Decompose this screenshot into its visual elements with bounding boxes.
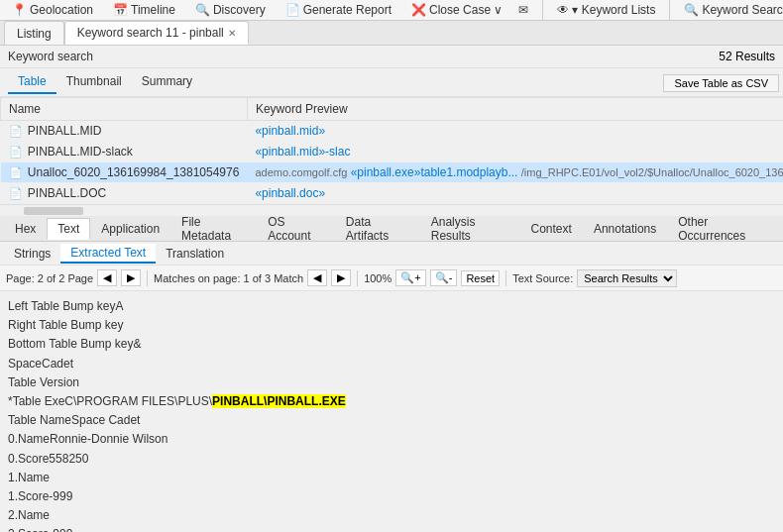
table-row[interactable]: 📄 Unalloc_6020_136169984_1381054976 adem… — [1, 162, 784, 183]
nav-sep-6 — [669, 0, 670, 20]
cell-name-3: 📄 PINBALL.DOC — [1, 183, 248, 204]
text-line: SpaceCadet — [8, 355, 775, 373]
bottom-wrapper: Hex Text Application File Metadata OS Ac… — [0, 216, 783, 532]
close-case-icon: ❌ — [411, 3, 426, 17]
keyword-search-icon: 🔍 — [684, 3, 699, 17]
table-row[interactable]: 📄 PINBALL.MID-slack «pinball.mid»-slac /… — [1, 142, 784, 162]
nav-keyword-lists[interactable]: 👁 ▾ Keyword Lists — [549, 3, 663, 17]
highlight-text: PINBALL\PINBALL.EXE — [212, 394, 346, 408]
sub-tab-bar: Table Thumbnail Summary — [0, 68, 663, 96]
extracted-tab-translation[interactable]: Translation — [156, 245, 234, 263]
text-line: 1.Name — [8, 469, 775, 487]
tab-close-icon[interactable]: ✕ — [228, 28, 236, 39]
tab-bar: Listing Keyword search 11 - pinball ✕ — [0, 21, 783, 46]
results-wrapper: Keyword search 52 Results Table Thumbnai… — [0, 46, 783, 216]
source-label: Text Source: — [512, 272, 573, 284]
nav-generate-report[interactable]: 📄 Generate Report — [278, 0, 399, 20]
nav-right: ✉ 👁 ▾ Keyword Lists 🔍 Keyword Search — [510, 0, 783, 20]
discovery-icon: 🔍 — [195, 3, 210, 17]
tab-application[interactable]: Application — [90, 218, 170, 240]
email-icon: ✉ — [518, 3, 528, 17]
prev-match-btn[interactable]: ◀ — [307, 269, 327, 286]
report-icon: 📄 — [285, 3, 300, 17]
sub-tab-row: Table Thumbnail Summary Save Table as CS… — [0, 68, 783, 97]
col-header-preview: Keyword Preview — [247, 98, 783, 121]
results-count: 52 Results — [719, 50, 775, 63]
text-line: 2.Score-999 — [8, 525, 775, 532]
tab-text[interactable]: Text — [47, 218, 90, 240]
toolbar-sep-1 — [147, 270, 148, 286]
tab-keyword-search[interactable]: Keyword search 11 - pinball ✕ — [64, 21, 249, 45]
toolbar-sep-3 — [505, 270, 506, 286]
nav-timeline[interactable]: 📅 Timeline — [105, 0, 183, 20]
text-line: 2.Name — [8, 506, 775, 525]
bottom-tab-bar: Hex Text Application File Metadata OS Ac… — [0, 216, 783, 242]
scroll-thumb — [24, 207, 83, 215]
tab-listing[interactable]: Listing — [4, 21, 64, 45]
zoom-in-btn[interactable]: 🔍+ — [395, 269, 425, 286]
page-label: Page: 2 of 2 Page — [6, 272, 93, 284]
cell-preview-1: «pinball.mid»-slac — [247, 142, 783, 162]
text-line: Right Table Bump key — [8, 316, 775, 335]
nav-geolocation[interactable]: 📍 Geolocation — [4, 0, 101, 20]
file-icon-3: 📄 — [9, 187, 23, 199]
zoom-label: 100% — [364, 272, 392, 284]
zoom-out-btn[interactable]: 🔍- — [430, 269, 458, 286]
main-wrapper: 📍 Geolocation 📅 Timeline 🔍 Discovery 📄 G… — [0, 0, 783, 532]
extracted-tab-bar: Strings Extracted Text Translation — [0, 242, 783, 266]
cell-preview-3: «pinball.doc» — [247, 183, 783, 204]
cell-name-1: 📄 PINBALL.MID-slack — [1, 142, 248, 162]
nav-close-case[interactable]: ❌ Close Case ∨ — [403, 0, 510, 20]
prev-page-btn[interactable]: ◀ — [97, 269, 117, 286]
file-icon-1: 📄 — [9, 146, 23, 158]
cell-name-2: 📄 Unalloc_6020_136169984_1381054976 — [1, 162, 248, 183]
next-match-btn[interactable]: ▶ — [331, 269, 351, 286]
table-row[interactable]: 📄 PINBALL.DOC «pinball.doc» /img_RHPC.E0… — [1, 183, 784, 204]
sub-tab-thumbnail[interactable]: Thumbnail — [56, 70, 132, 94]
file-icon-0: 📄 — [9, 125, 23, 137]
reset-btn[interactable]: Reset — [461, 270, 500, 286]
match-label: Matches on page: 1 of 3 Match — [154, 272, 303, 284]
source-select[interactable]: Search Results — [577, 269, 677, 287]
extracted-tab-text[interactable]: Extracted Text — [60, 244, 156, 264]
col-header-name: Name — [1, 98, 248, 121]
text-line: 1.Score-999 — [8, 487, 775, 506]
next-page-btn[interactable]: ▶ — [121, 269, 141, 286]
timeline-icon: 📅 — [113, 3, 128, 17]
text-line: Table Version — [8, 373, 775, 392]
cell-preview-0: «pinball.mid» — [247, 121, 783, 142]
text-line: Left Table Bump keyA — [8, 297, 775, 316]
nav-discovery[interactable]: 🔍 Discovery — [187, 0, 274, 20]
text-line: Table NameSpace Cadet — [8, 411, 775, 430]
table-scroll[interactable]: Name Keyword Preview Location Modified 📄… — [0, 97, 783, 204]
table-row[interactable]: 📄 PINBALL.MID «pinball.mid» /img_RHPC.E0… — [1, 121, 784, 142]
text-line: Bottom Table Bump key& — [8, 335, 775, 354]
tab-context[interactable]: Context — [520, 218, 583, 240]
nav-email[interactable]: ✉ — [510, 3, 536, 17]
extracted-tab-strings[interactable]: Strings — [4, 245, 60, 263]
results-header: Keyword search 52 Results — [0, 46, 783, 68]
results-table: Name Keyword Preview Location Modified 📄… — [0, 97, 783, 204]
text-toolbar: Page: 2 of 2 Page ◀ ▶ Matches on page: 1… — [0, 266, 783, 291]
cell-name-0: 📄 PINBALL.MID — [1, 121, 248, 142]
text-line: *Table ExeC\PROGRAM FILES\PLUS\PINBALL\P… — [8, 392, 775, 411]
toolbar-sep-2 — [357, 270, 358, 286]
tab-hex[interactable]: Hex — [4, 218, 47, 240]
text-line: 0.Score558250 — [8, 450, 775, 469]
top-nav: 📍 Geolocation 📅 Timeline 🔍 Discovery 📄 G… — [0, 0, 783, 21]
save-csv-button[interactable]: Save Table as CSV — [663, 74, 779, 92]
geolocation-icon: 📍 — [12, 3, 27, 17]
tab-annotations[interactable]: Annotations — [583, 218, 667, 240]
sub-tab-table[interactable]: Table — [8, 70, 56, 94]
eye-icon: 👁 — [557, 3, 569, 17]
text-content: Left Table Bump keyARight Table Bump key… — [0, 291, 783, 532]
nav-sep-5 — [542, 0, 543, 20]
text-line: 0.NameRonnie-Donnie Wilson — [8, 430, 775, 449]
nav-keyword-search-btn[interactable]: 🔍 Keyword Search — [676, 3, 783, 17]
sub-tab-summary[interactable]: Summary — [132, 70, 202, 94]
cell-preview-2: ademo.comgolf.cfg «pinball.exe»table1.mo… — [247, 162, 783, 183]
file-icon-2: 📄 — [9, 166, 23, 178]
keyword-search-label: Keyword search — [8, 50, 93, 63]
